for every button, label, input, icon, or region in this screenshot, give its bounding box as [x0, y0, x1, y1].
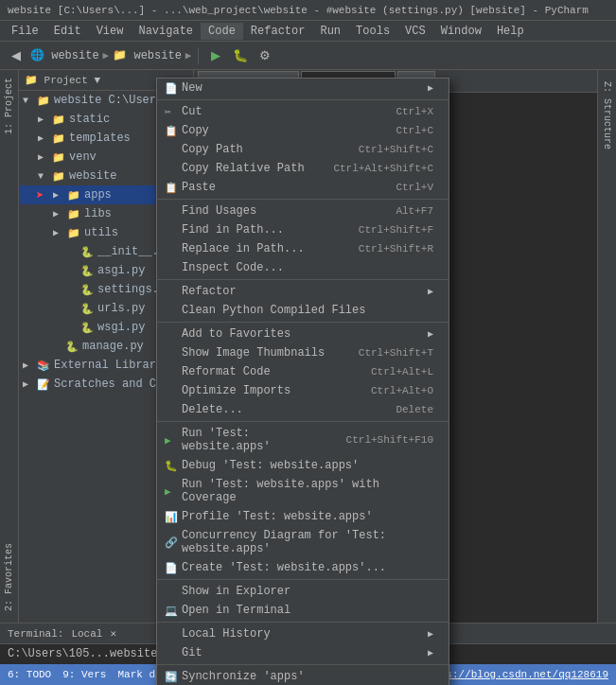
structure-tab[interactable]: Z: Structure — [600, 74, 614, 157]
ctx-find-in-path[interactable]: Find in Path... Ctrl+Shift+F — [157, 220, 449, 239]
ctx-optimize-imports[interactable]: Optimize Imports Ctrl+Alt+O — [157, 381, 449, 400]
ctx-sep7 — [157, 622, 449, 623]
ctx-new[interactable]: 📄 New ▶ — [157, 79, 449, 97]
status-version[interactable]: 9: Vers — [62, 669, 106, 680]
ctx-show-thumbnails[interactable]: Show Image Thumbnails Ctrl+Shift+T — [157, 343, 449, 362]
ctx-add-favorites[interactable]: Add to Favorites ▶ — [157, 325, 449, 343]
ctx-reformat-shortcut: Ctrl+Alt+L — [371, 366, 433, 378]
ctx-copy-path[interactable]: Copy Path Ctrl+Shift+C — [157, 140, 449, 159]
ctx-synchronize[interactable]: 🔄 Synchronize 'apps' — [157, 667, 449, 685]
ctx-sep8 — [157, 664, 449, 665]
ctx-debug-icon: 🐛 — [165, 460, 182, 472]
ctx-debug-test[interactable]: 🐛 Debug 'Test: website.apps' — [157, 456, 449, 475]
py-icon: 🐍 — [79, 263, 95, 278]
toolbar-website2-label: 📁 website — [113, 48, 182, 62]
menu-code[interactable]: Code — [201, 23, 243, 40]
ctx-find-path-shortcut: Ctrl+Shift+F — [359, 224, 433, 236]
tree-label: static — [69, 113, 110, 126]
ctx-git-arrow: ▶ — [428, 647, 433, 659]
menu-view[interactable]: View — [89, 23, 132, 40]
menu-tools[interactable]: Tools — [348, 23, 397, 40]
menu-navigate[interactable]: Navigate — [131, 23, 201, 40]
context-menu: 📄 New ▶ ✂ Cut Ctrl+X 📋 Copy Ctrl+C Copy … — [156, 78, 449, 685]
ctx-concurrency[interactable]: 🔗 Concurrency Diagram for 'Test: website… — [157, 526, 449, 558]
ctx-copy[interactable]: 📋 Copy Ctrl+C — [157, 121, 449, 140]
scratches-icon: 📝 — [36, 377, 51, 392]
ctx-paste[interactable]: 📋 Paste Ctrl+V — [157, 178, 449, 197]
ctx-cut[interactable]: ✂ Cut Ctrl+X — [157, 102, 449, 121]
ctx-create-icon: 📄 — [165, 562, 182, 574]
ctx-coverage-icon: ▶ — [165, 485, 182, 498]
ctx-copy-icon: 📋 — [165, 125, 182, 137]
menu-edit[interactable]: Edit — [46, 23, 89, 40]
ctx-delete[interactable]: Delete... Delete — [157, 400, 449, 419]
ctx-paste-shortcut: Ctrl+V — [396, 182, 433, 193]
tree-label: venv — [69, 150, 97, 164]
status-todo[interactable]: 6: TODO — [8, 669, 51, 680]
ctx-git-label: Git — [182, 646, 428, 659]
ctx-copy-rel-shortcut: Ctrl+Alt+Shift+C — [333, 163, 433, 174]
ctx-sync-label: Synchronize 'apps' — [182, 670, 433, 683]
ctx-find-usages-shortcut: Alt+F7 — [396, 205, 433, 217]
ctx-copy-shortcut: Ctrl+C — [396, 125, 433, 136]
toolbar-debug-btn[interactable]: 🐛 — [230, 45, 251, 66]
ctx-create-label: Create 'Test: website.apps'... — [182, 561, 433, 574]
menu-help[interactable]: Help — [489, 23, 532, 40]
menu-refactor[interactable]: Refactor — [243, 23, 313, 40]
ctx-profile[interactable]: 📊 Profile 'Test: website.apps' — [157, 507, 449, 526]
ctx-git[interactable]: Git ▶ — [157, 643, 449, 662]
expand-arrow: ▶ — [53, 227, 66, 238]
ctx-optimize-shortcut: Ctrl+Alt+O — [371, 385, 433, 396]
ctx-sep6 — [157, 579, 449, 580]
toolbar-website-label: 🌐 website — [30, 48, 99, 62]
ctx-local-history[interactable]: Local History ▶ — [157, 624, 449, 643]
menu-vcs[interactable]: VCS — [397, 23, 433, 40]
ctx-sep1 — [157, 99, 449, 100]
folder-icon: 📁 — [36, 93, 51, 108]
toolbar-gear-btn[interactable]: ⚙ — [255, 45, 275, 66]
py-icon: 🐍 — [79, 320, 95, 335]
menu-window[interactable]: Window — [433, 23, 489, 40]
ctx-replace-in-path[interactable]: Replace in Path... Ctrl+Shift+R — [157, 239, 449, 258]
ctx-copy-rel-label: Copy Relative Path — [182, 162, 314, 175]
tree-label: asgi.py — [97, 264, 145, 277]
ctx-replace-label: Replace in Path... — [182, 242, 340, 255]
ctx-find-usages[interactable]: Find Usages Alt+F7 — [157, 202, 449, 220]
ctx-inspect-code[interactable]: Inspect Code... — [157, 258, 449, 277]
project-tab[interactable]: 1: Project — [2, 74, 16, 138]
ctx-clean-compiled[interactable]: Clean Python Compiled Files — [157, 301, 449, 320]
terminal-close[interactable]: ✕ — [110, 627, 116, 640]
menu-run[interactable]: Run — [312, 23, 348, 40]
ctx-new-arrow: ▶ — [428, 82, 433, 94]
tree-label: templates — [69, 132, 131, 145]
ctx-show-explorer[interactable]: Show in Explorer — [157, 582, 449, 601]
toolbar-back-btn[interactable]: ◀ — [6, 45, 26, 66]
ctx-refactor-arrow: ▶ — [428, 286, 433, 297]
tree-label: wsgi.py — [97, 321, 145, 334]
ctx-reformat[interactable]: Reformat Code Ctrl+Alt+L — [157, 362, 449, 381]
favorites-tab[interactable]: 2: Favorites — [2, 539, 16, 615]
ctx-delete-shortcut: Delete — [396, 404, 433, 415]
ctx-new-icon: 📄 — [165, 82, 182, 95]
ctx-run-coverage[interactable]: ▶ Run 'Test: website.apps' with Coverage — [157, 475, 449, 507]
expand-arrow: ▼ — [38, 171, 51, 182]
toolbar-run-btn[interactable]: ▶ — [205, 45, 226, 66]
ctx-delete-label: Delete... — [182, 403, 377, 416]
ctx-run-test[interactable]: ▶ Run 'Test: website.apps' Ctrl+Shift+F1… — [157, 424, 449, 456]
toolbar: ◀ 🌐 website ▶ 📁 website ▶ ▶ 🐛 ⚙ — [0, 42, 616, 70]
ctx-optimize-label: Optimize Imports — [182, 384, 352, 397]
ctx-copy-path-label: Copy Path — [182, 143, 340, 156]
ctx-fav-arrow: ▶ — [428, 328, 433, 340]
ctx-create-test[interactable]: 📄 Create 'Test: website.apps'... — [157, 558, 449, 577]
tree-label: utils — [84, 226, 118, 239]
ctx-explorer-label: Show in Explorer — [182, 585, 433, 598]
tree-label: Scratches and Cor — [54, 378, 169, 391]
ctx-refactor[interactable]: Refactor ▶ — [157, 282, 449, 301]
py-icon: 🐍 — [79, 301, 95, 316]
expand-arrow: ▶ — [38, 132, 51, 144]
menu-file[interactable]: File — [4, 23, 46, 40]
ctx-open-terminal[interactable]: 💻 Open in Terminal — [157, 601, 449, 620]
ctx-copy-relative[interactable]: Copy Relative Path Ctrl+Alt+Shift+C — [157, 159, 449, 178]
ctx-cut-label: Cut — [182, 105, 377, 118]
main-layout: 1: Project 2: Favorites 📁 Project ▼ ▼ 📁 … — [0, 70, 616, 623]
